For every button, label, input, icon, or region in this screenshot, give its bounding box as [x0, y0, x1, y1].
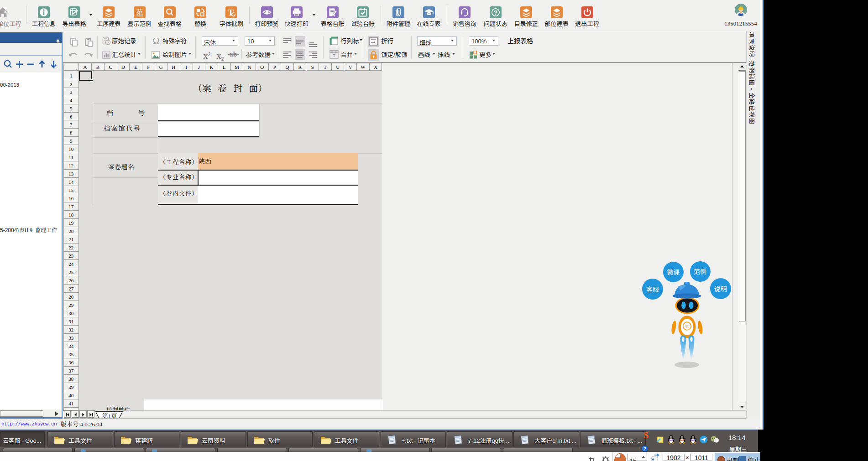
svg-text:?: ?	[494, 9, 497, 16]
svg-text:筑: 筑	[685, 324, 689, 329]
svg-text:T: T	[333, 53, 335, 58]
svg-text:范: 范	[136, 7, 143, 16]
svg-text:?: ?	[643, 446, 646, 451]
